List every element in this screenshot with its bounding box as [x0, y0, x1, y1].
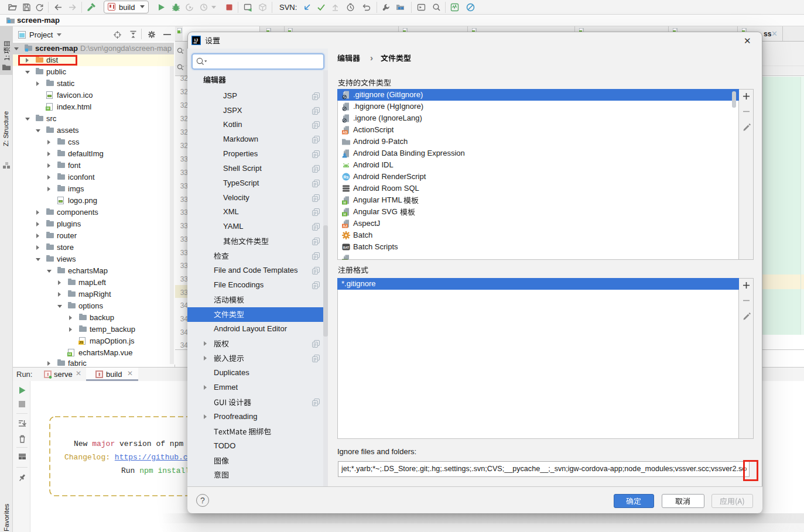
svg-text:AS: AS: [343, 131, 347, 134]
svg-text:BAT: BAT: [343, 246, 349, 249]
svg-text:C#: C#: [343, 259, 347, 260]
svg-text:H: H: [344, 201, 346, 204]
svg-text:Rs: Rs: [344, 175, 349, 179]
svg-text:IJ: IJ: [194, 37, 198, 43]
svg-text:H: H: [344, 212, 346, 216]
svg-text:AJ: AJ: [343, 224, 347, 228]
